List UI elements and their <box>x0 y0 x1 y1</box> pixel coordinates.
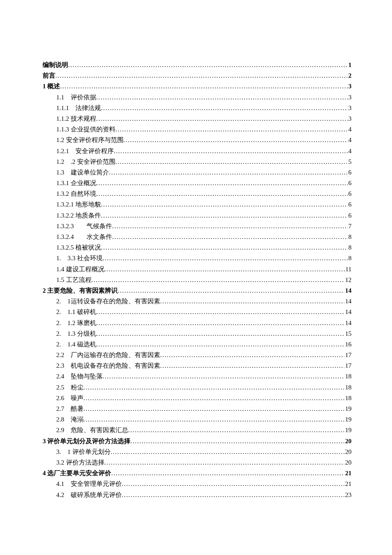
toc-leader-dots <box>96 318 344 328</box>
toc-leader-dots <box>60 81 347 92</box>
toc-entry-page: 8 <box>348 242 352 253</box>
toc-leader-dots <box>96 92 348 103</box>
toc-entry-label: 1.3 建设单位简介 <box>56 167 109 178</box>
toc-entry: 1.5 工艺流程12 <box>43 275 352 285</box>
toc-leader-dots <box>104 264 345 275</box>
toc-entry-page: 1 <box>348 60 352 70</box>
toc-entry-label: 3 评价单元划分及评价方法选择 <box>43 436 130 447</box>
toc-entry-label: 1.5 工艺流程 <box>56 275 92 285</box>
toc-leader-dots <box>111 447 345 457</box>
toc-entry-label: 3.2 评价方法选择 <box>56 457 104 468</box>
toc-leader-dots <box>103 371 344 382</box>
toc-leader-dots <box>122 490 344 500</box>
toc-entry: 1.3.2.3 气候条件7 <box>43 221 352 232</box>
toc-entry: 2.5 粉尘18 <box>43 382 352 393</box>
toc-entry: 1.3.2.4 水文条件8 <box>43 232 352 242</box>
toc-entry-label: 1. 3.3 社会环境 <box>56 253 103 264</box>
toc-entry-page: 8 <box>348 253 352 264</box>
toc-entry-label: 2.6 噪声 <box>56 393 84 404</box>
toc-entry-page: 6 <box>348 210 352 221</box>
toc-entry: 2.9 危险、有害因素汇总19 <box>43 425 352 436</box>
toc-entry: 2.2 厂内运输存在的危险、有害因素17 <box>43 350 352 360</box>
toc-entry-page: 6 <box>348 178 352 189</box>
toc-entry-page: 6 <box>348 199 352 210</box>
toc-entry-page: 20 <box>344 457 352 468</box>
toc-entry-label: 前言 <box>43 70 55 81</box>
toc-entry-label: 2.7 酷暑 <box>56 404 84 414</box>
toc-entry-label: 1 概述 <box>43 81 60 92</box>
toc-entry: 3.2 评价方法选择20 <box>43 457 352 468</box>
toc-entry-page: 12 <box>344 275 352 285</box>
toc-entry-page: 23 <box>344 490 352 500</box>
toc-entry: 2. 1运转设备存在的危险、有害因素14 <box>43 296 352 307</box>
toc-entry-page: 6 <box>348 189 352 199</box>
toc-entry-page: 18 <box>344 382 352 393</box>
toc-entry-page: 18 <box>344 371 352 382</box>
toc-leader-dots <box>104 457 345 468</box>
toc-entry-page: 14 <box>344 296 352 307</box>
toc-entry-label: 1.4 建设工程概况 <box>56 264 104 275</box>
toc-entry: 编制说明1 <box>43 60 352 70</box>
toc-leader-dots <box>96 339 344 350</box>
toc-leader-dots <box>84 382 344 393</box>
toc-entry-label: 2.2 厂内运输存在的危险、有害因素 <box>56 350 160 360</box>
toc-entry-page: 4 <box>348 146 352 157</box>
toc-leader-dots <box>84 393 344 404</box>
toc-entry-label: 2.5 粉尘 <box>56 382 84 393</box>
toc-leader-dots <box>112 232 347 242</box>
toc-entry: 2. 1.2 琢磨机14 <box>43 318 352 328</box>
toc-leader-dots <box>128 425 344 436</box>
toc-entry: 1.3 建设单位简介6 <box>43 167 352 178</box>
toc-entry-page: 15 <box>344 328 352 339</box>
toc-entry-label: 1.1.2 技术规程 <box>56 113 96 124</box>
toc-entry-page: 5 <box>348 157 352 167</box>
toc-entry-label: 2. 1.4 磁选机 <box>56 339 96 350</box>
toc-leader-dots <box>103 253 348 264</box>
toc-entry-page: 3 <box>348 103 352 113</box>
toc-entry-label: 2.9 危险、有害因素汇总 <box>56 425 128 436</box>
toc-entry-label: 2.3 机电设备存在的危险、有害因素 <box>56 360 160 371</box>
table-of-contents: 编制说明1前言21 概述31.1 评价依据31.1.1 法律法规31.1.2 技… <box>43 60 352 500</box>
toc-entry-page: 7 <box>348 221 352 232</box>
toc-entry: 前言2 <box>43 70 352 81</box>
toc-entry-page: 21 <box>344 468 352 479</box>
toc-entry: 1.1.2 技术规程3 <box>43 113 352 124</box>
toc-entry-label: 2. 1运转设备存在的危险、有害因素 <box>56 296 160 307</box>
toc-entry-label: 1.3.2.3 气候条件 <box>56 221 112 232</box>
toc-leader-dots <box>115 124 348 135</box>
toc-entry: 2.3 机电设备存在的危险、有害因素17 <box>43 360 352 371</box>
toc-entry-page: 16 <box>344 339 352 350</box>
toc-leader-dots <box>160 296 344 307</box>
toc-entry-label: 2 主要危险、有害因素辨识 <box>43 285 118 296</box>
toc-leader-dots <box>101 210 348 221</box>
toc-leader-dots <box>96 113 348 124</box>
toc-leader-dots <box>84 404 344 414</box>
toc-entry-page: 20 <box>344 436 352 447</box>
toc-entry-page: 19 <box>344 414 352 425</box>
toc-entry-label: 3. 1 评价单元划分 <box>56 447 111 457</box>
toc-leader-dots <box>55 70 348 81</box>
toc-leader-dots <box>96 178 348 189</box>
toc-entry-label: 1.3.2.2 地质条件 <box>56 210 101 221</box>
toc-entry-label: 2.8 淹溺 <box>56 414 84 425</box>
toc-entry-label: 2.4 坠物与坠落 <box>56 371 103 382</box>
toc-leader-dots <box>109 167 348 178</box>
toc-entry-page: 14 <box>344 285 352 296</box>
toc-leader-dots <box>112 221 347 232</box>
toc-leader-dots <box>115 157 348 167</box>
toc-entry: 1.2.1 安全评价程序4 <box>43 146 352 157</box>
toc-entry-label: 1.2 .2 安全评价范围 <box>56 157 115 167</box>
toc-entry: 1.3.2.2 地质条件6 <box>43 210 352 221</box>
toc-entry: 1.2 .2 安全评价范围5 <box>43 157 352 167</box>
toc-entry-label: 1.3.2 自然环境 <box>56 189 96 199</box>
toc-entry-label: 1.3.2.1 地形地貌 <box>56 199 101 210</box>
toc-entry-page: 17 <box>344 350 352 360</box>
toc-entry-page: 2 <box>348 70 352 81</box>
toc-leader-dots <box>160 350 344 360</box>
toc-leader-dots <box>124 135 348 145</box>
toc-entry-page: 17 <box>344 360 352 371</box>
toc-entry-label: 1.1.3 企业提供的资料 <box>56 124 115 135</box>
toc-entry-page: 4 <box>348 135 352 145</box>
toc-entry-page: 19 <box>344 425 352 436</box>
toc-entry: 2. 1.3 分级机15 <box>43 328 352 339</box>
